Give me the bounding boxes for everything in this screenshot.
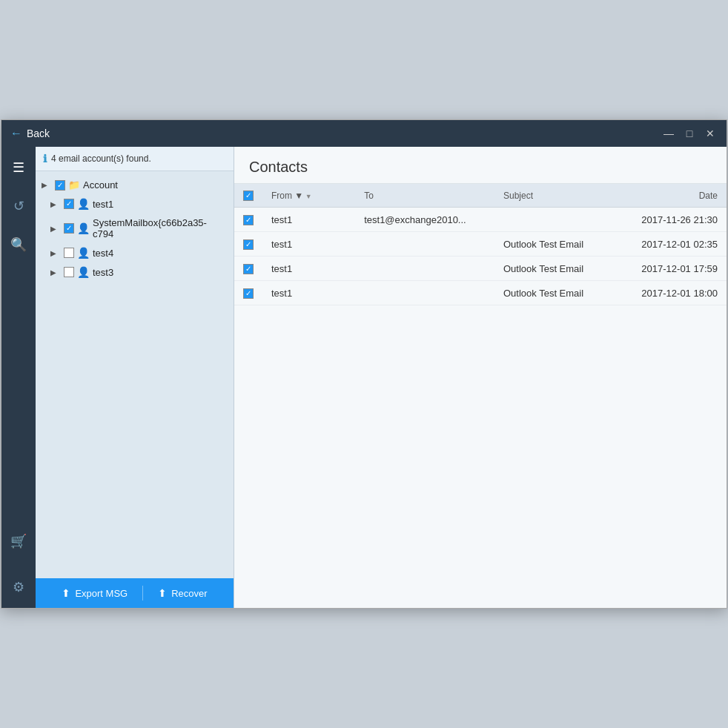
test3-checkbox[interactable] <box>64 267 74 277</box>
cell-to-3 <box>355 281 494 305</box>
sidebar-item-cart[interactable]: 🛒 <box>5 528 32 555</box>
cell-to-2 <box>355 257 494 281</box>
table-row: test1test1@exchange2010...2017-11-26 21:… <box>234 208 727 232</box>
cell-subject-3: Outlook Test Email <box>494 281 618 305</box>
email-table: From ▼ To Subject Date test1test1@exchan… <box>234 184 727 608</box>
cell-subject-0 <box>494 208 618 232</box>
th-checkbox <box>234 184 262 208</box>
cell-from-2: test1 <box>262 257 355 281</box>
tree-item-test1[interactable]: ▶ 👤 test1 <box>36 194 234 214</box>
th-from[interactable]: From ▼ <box>262 184 355 208</box>
window-controls: — □ ✕ <box>661 126 718 141</box>
row-checkbox-3[interactable] <box>243 288 254 299</box>
bottom-bar: ⬆ Export MSG ⬆ Recover <box>36 578 234 608</box>
tree-item-test4[interactable]: ▶ 👤 test4 <box>36 243 234 262</box>
export-msg-button[interactable]: ⬆ Export MSG <box>47 578 142 608</box>
cell-from-1: test1 <box>262 232 355 257</box>
user-icon-2: 👤 <box>77 222 90 234</box>
user-icon-3: 👤 <box>77 247 90 259</box>
user-icon-4: 👤 <box>77 266 90 278</box>
export-label: Export MSG <box>75 588 128 599</box>
info-text: 4 email account(s) found. <box>51 153 151 164</box>
back-button[interactable]: ← Back <box>10 127 50 140</box>
tree-item-test3[interactable]: ▶ 👤 test3 <box>36 262 234 282</box>
right-panel: Contacts From ▼ To Subject Date <box>234 147 727 608</box>
back-arrow-icon: ← <box>10 127 22 140</box>
left-panel: ℹ 4 email account(s) found. ▶ 📁 Account … <box>36 147 234 608</box>
table-row: test1Outlook Test Email2017-12-01 17:59 <box>234 257 727 281</box>
test4-label: test4 <box>93 248 113 259</box>
chevron-right-icon-4: ▶ <box>50 268 61 277</box>
sidebar-icons: ☰ ↺ 🔍 🛒 ⚙ <box>1 147 36 608</box>
cell-date-3: 2017-12-01 18:00 <box>618 281 727 305</box>
recover-icon: ⬆ <box>158 587 167 599</box>
row-checkbox-1[interactable] <box>243 239 254 250</box>
table-row: test1Outlook Test Email2017-12-01 18:00 <box>234 281 727 305</box>
user-icon: 👤 <box>77 198 90 210</box>
maximize-button[interactable]: □ <box>682 126 697 141</box>
cell-to-0: test1@exchange2010... <box>355 208 494 232</box>
app-window: ← Back — □ ✕ ☰ ↺ 🔍 🛒 ⚙ ℹ 4 email account… <box>1 119 727 609</box>
table-header-row: From ▼ To Subject Date <box>234 184 727 208</box>
systemmailbox-checkbox[interactable] <box>64 223 74 234</box>
minimize-button[interactable]: — <box>661 126 676 141</box>
cell-subject-1: Outlook Test Email <box>494 232 618 257</box>
cell-date-1: 2017-12-01 02:35 <box>618 232 727 257</box>
title-bar: ← Back — □ ✕ <box>1 120 727 147</box>
th-date: Date <box>618 184 727 208</box>
test4-checkbox[interactable] <box>64 248 74 258</box>
test1-label: test1 <box>93 199 113 210</box>
sidebar-item-list[interactable]: ☰ <box>5 154 32 181</box>
th-to: To <box>355 184 494 208</box>
cell-date-0: 2017-11-26 21:30 <box>618 208 727 232</box>
table-body: test1test1@exchange2010...2017-11-26 21:… <box>234 208 727 305</box>
header-checkbox[interactable] <box>243 191 254 201</box>
chevron-right-icon: ▶ <box>50 200 61 208</box>
table-row: test1Outlook Test Email2017-12-01 02:35 <box>234 232 727 257</box>
back-label: Back <box>27 128 50 139</box>
info-icon: ℹ <box>43 153 47 165</box>
sidebar-item-settings[interactable]: ⚙ <box>5 574 32 600</box>
th-subject: Subject <box>494 184 618 208</box>
tree-item-account[interactable]: ▶ 📁 Account <box>36 176 234 194</box>
cell-to-1 <box>355 232 494 257</box>
cell-from-0: test1 <box>262 208 355 232</box>
cell-from-3: test1 <box>262 281 355 305</box>
recover-label: Recover <box>171 588 207 599</box>
cell-subject-2: Outlook Test Email <box>494 257 618 281</box>
chevron-right-icon-3: ▶ <box>50 249 61 257</box>
recover-button[interactable]: ⬆ Recover <box>143 578 222 608</box>
sidebar-item-search[interactable]: 🔍 <box>5 231 32 258</box>
systemmailbox-label: SystemMailbox{c66b2a35-c794 <box>93 217 228 239</box>
cell-date-2: 2017-12-01 17:59 <box>618 257 727 281</box>
info-bar: ℹ 4 email account(s) found. <box>36 147 234 171</box>
folder-icon: 📁 <box>68 179 80 191</box>
sidebar-item-refresh[interactable]: ↺ <box>5 193 32 219</box>
main-layout: ☰ ↺ 🔍 🛒 ⚙ ℹ 4 email account(s) found. ▶ … <box>1 147 727 608</box>
test1-checkbox[interactable] <box>64 199 74 209</box>
row-checkbox-2[interactable] <box>243 264 254 274</box>
chevron-right-icon-2: ▶ <box>50 225 61 233</box>
page-title: Contacts <box>249 159 712 176</box>
tree-container: ▶ 📁 Account ▶ 👤 test1 ▶ 👤 Sy <box>36 171 234 578</box>
close-button[interactable]: ✕ <box>703 126 718 141</box>
chevron-down-icon: ▶ <box>42 181 52 189</box>
test3-label: test3 <box>93 267 113 278</box>
export-icon: ⬆ <box>62 587 70 599</box>
account-checkbox[interactable] <box>55 180 65 191</box>
row-checkbox-0[interactable] <box>243 215 254 225</box>
tree-item-systemmailbox[interactable]: ▶ 👤 SystemMailbox{c66b2a35-c794 <box>36 214 234 243</box>
right-header: Contacts <box>234 147 727 184</box>
contacts-table: From ▼ To Subject Date test1test1@exchan… <box>234 184 727 305</box>
account-label: Account <box>83 179 118 191</box>
